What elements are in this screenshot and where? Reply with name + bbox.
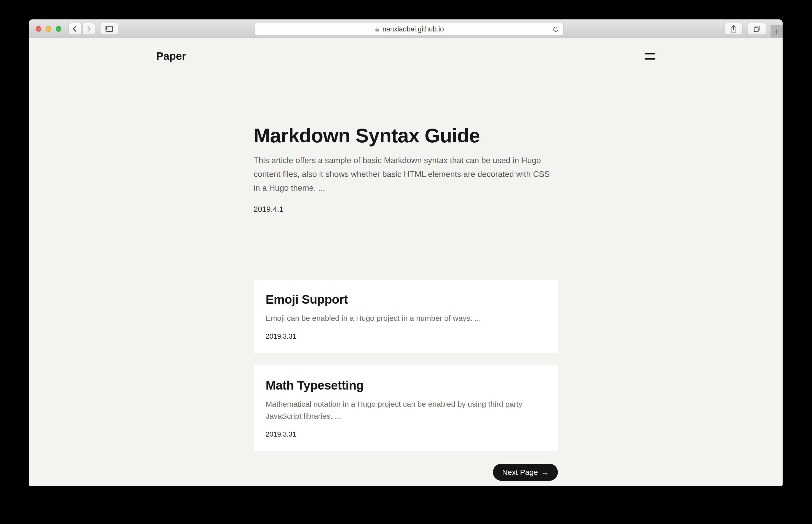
new-tab-button[interactable]	[770, 25, 783, 38]
window-controls	[36, 26, 61, 32]
hamburger-icon	[645, 53, 655, 54]
post-excerpt: Emoji can be enabled in a Hugo project i…	[266, 312, 546, 324]
tab-overview-icon	[753, 25, 761, 33]
safari-window: nanxiaobei.github.io	[29, 19, 783, 486]
minimize-button[interactable]	[46, 26, 51, 32]
post-excerpt: Mathematical notation in a Hugo project …	[266, 398, 546, 422]
site-logo[interactable]: Paper	[156, 50, 186, 62]
sidebar-panel-icon	[104, 25, 114, 33]
featured-post: Markdown Syntax Guide This article offer…	[254, 125, 558, 214]
post-card[interactable]: Emoji Support Emoji can be enabled in a …	[254, 280, 558, 353]
share-button[interactable]	[725, 23, 743, 35]
next-page-button[interactable]: Next Page →	[493, 464, 558, 481]
forward-chevron-icon	[85, 25, 93, 33]
post-title-link[interactable]: Math Typesetting	[266, 379, 363, 392]
close-button[interactable]	[36, 26, 42, 32]
share-icon	[730, 25, 737, 33]
post-title: Math Typesetting	[266, 379, 546, 392]
post-title-link[interactable]: Markdown Syntax Guide	[254, 124, 480, 147]
desktop-background: nanxiaobei.github.io	[0, 0, 812, 524]
main-content: Markdown Syntax Guide This article offer…	[254, 125, 558, 451]
post-date: 2019.4.1	[254, 204, 558, 214]
refresh-button[interactable]	[551, 25, 560, 34]
post-title: Markdown Syntax Guide	[254, 125, 558, 146]
post-excerpt: This article offers a sample of basic Ma…	[254, 153, 558, 195]
post-date: 2019.3.31	[266, 430, 546, 438]
post-card[interactable]: Math Typesetting Mathematical notation i…	[254, 365, 558, 451]
menu-button[interactable]	[645, 53, 655, 60]
forward-button[interactable]	[82, 23, 95, 35]
plus-icon	[773, 28, 781, 36]
site-header: Paper	[156, 38, 655, 62]
browser-toolbar: nanxiaobei.github.io	[29, 19, 783, 38]
post-title: Emoji Support	[266, 293, 546, 306]
sidebar-toggle-button[interactable]	[100, 23, 118, 35]
post-date: 2019.3.31	[266, 332, 546, 340]
refresh-icon	[552, 26, 560, 33]
tab-overview-button[interactable]	[748, 23, 766, 35]
url-text: nanxiaobei.github.io	[383, 25, 444, 33]
arrow-right-icon: →	[541, 468, 549, 477]
back-button[interactable]	[68, 23, 81, 35]
page-content: Paper Markdown Syntax Guide This article…	[29, 38, 783, 486]
pagination: Next Page →	[254, 464, 558, 481]
lock-icon	[374, 26, 380, 32]
address-bar[interactable]: nanxiaobei.github.io	[255, 23, 564, 35]
hamburger-icon	[645, 58, 655, 60]
post-title-link[interactable]: Emoji Support	[266, 293, 348, 306]
next-page-label: Next Page	[502, 468, 538, 477]
back-chevron-icon	[71, 25, 79, 33]
zoom-button[interactable]	[56, 26, 61, 32]
